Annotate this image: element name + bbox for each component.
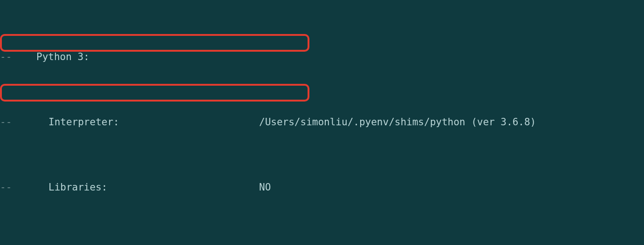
highlight-box-install-path	[0, 84, 309, 102]
gutter-dash: --	[0, 49, 12, 65]
line-section-header: -- Python 3:	[0, 49, 644, 65]
line-interpreter: -- Interpreter: /Users/simonliu/.pyenv/s…	[0, 114, 644, 130]
gutter-dash: --	[0, 179, 12, 196]
python3-header: Python 3:	[36, 49, 259, 65]
terminal-output: -- Python 3: -- Interpreter: /Users/simo…	[0, 0, 644, 245]
interpreter-value: /Users/simonliu/.pyenv/shims/python (ver…	[259, 114, 536, 130]
libraries-value: NO	[259, 179, 271, 196]
interpreter-label: Interpreter:	[48, 114, 259, 130]
line-libraries: -- Libraries: NO	[0, 179, 644, 196]
libraries-label: Libraries:	[48, 179, 259, 196]
gutter-dash: --	[0, 114, 12, 130]
